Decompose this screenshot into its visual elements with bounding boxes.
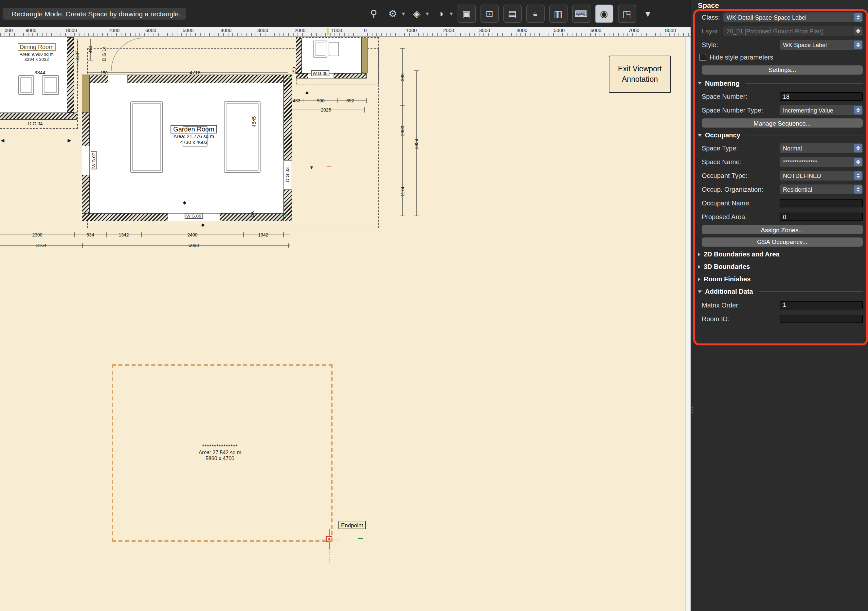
space-number-type-dropdown[interactable]: Incrementing Value [780,105,863,115]
palette-resize-grip[interactable]: ⋮ [689,405,696,414]
ruler-label: 8000 [665,28,676,33]
toolbar-menu-chevron-icon[interactable]: ▾ [640,5,655,22]
ruler-label: 8000 [66,28,77,33]
room-size: 4730 x 4603 [170,140,217,145]
section-2d-boundaries[interactable]: 2D Boundaries and Area [691,248,868,260]
section-additional-data[interactable]: Additional Data [691,285,868,298]
dropdown-arrows-icon[interactable] [854,144,862,152]
assign-zones-button[interactable]: Assign Zones... [702,225,863,234]
magnifier-icon[interactable]: ⚲ [367,5,381,22]
occupant-name-input[interactable] [780,199,863,207]
mode-message: : Rectangle Mode. Create Space by drawin… [3,8,186,19]
dimension-label: 385 [400,73,405,81]
section-title: 3D Boundaries [704,263,750,270]
dimension-label: 1342 [118,232,129,237]
matrix-order-input[interactable] [780,301,863,309]
space-label-garden[interactable]: Garden Room Area: 21.776 sq m 4730 x 460… [170,122,217,145]
occup-organization-dropdown[interactable]: Residential [780,184,863,194]
occupant-type-dropdown[interactable]: NOTDEFINED [780,171,863,181]
section-room-finishes[interactable]: Room Finishes [691,273,868,285]
viewport-annotation-icon[interactable]: ◉ [595,4,613,23]
dropdown-arrows-icon[interactable] [854,40,862,49]
ruler-label: 5000 [554,28,564,33]
room-name: Dining Room [18,43,56,51]
gsa-occupancy-row: GSA Occupancy... [691,235,868,248]
chevron-down-icon[interactable] [698,290,702,293]
door-opening [108,74,128,83]
dimension-label: 1342 [258,232,268,237]
space-number-input[interactable] [780,92,863,101]
ruler-label: 0 [364,28,367,33]
fixture [329,42,339,56]
dimension-label: W.G.06 [184,213,203,219]
hide-style-checkbox[interactable] [699,54,706,61]
gsa-occupancy-button[interactable]: GSA Occupancy... [702,237,863,246]
space-number-type-label: Space Number Type: [702,107,780,114]
dimension-label: 3859 [414,139,418,149]
north-arrow-icon: ▲ [304,89,310,95]
chevron-right-icon[interactable] [698,252,701,256]
class-dropdown[interactable]: WK-Detail-Space-Space Label [723,12,863,22]
opacity-icon[interactable]: ◑ [433,5,448,22]
section-3d-boundaries[interactable]: 3D Boundaries [691,260,868,273]
section-numbering[interactable]: Numbering [691,77,868,90]
palette-title: Space [691,0,868,9]
clip-cube-icon[interactable]: ◳ [618,4,636,23]
space-type-dropdown[interactable]: Normal [780,143,863,153]
space-name-dropdown[interactable]: *************** [780,157,863,167]
exit-viewport-annotation-button[interactable]: Exit Viewport Annotation [609,56,671,93]
gear-icon[interactable]: ⚙ [386,5,400,22]
dimension-label: 3137 [75,50,79,60]
render-icon[interactable]: ◒ [526,4,544,23]
dimension-label: 3344 [34,70,45,76]
manage-sequence-button[interactable]: Manage Sequence... [702,118,863,128]
dropdown-arrows-icon[interactable] [854,106,862,114]
dropdown-arrows-icon[interactable] [854,185,862,193]
settings-button[interactable]: Settings... [702,65,863,74]
dropdown-arrows-icon[interactable] [854,13,862,22]
space-name-value: *************** [783,159,817,165]
ruler-label: 6000 [145,28,156,33]
chevron-down-icon[interactable] [698,82,702,84]
dropdown-arrows-icon[interactable] [854,158,862,166]
room-id-input[interactable] [780,315,863,323]
sheet-icon[interactable]: ▥ [549,4,567,23]
flyover-icon[interactable]: ▣ [457,4,476,23]
data-visualization-icon[interactable]: ▤ [503,4,521,23]
dropdown-arrows-icon[interactable] [854,172,862,180]
section-arrow-icon: ◀ [1,138,5,143]
style-dropdown[interactable]: WK Space Label [780,40,863,50]
dimension-label: 2300 [32,232,42,237]
style-row: Style: WK Space Label [691,38,868,52]
crop-icon[interactable]: ⊡ [480,4,499,23]
gear-icon-dropdown[interactable]: ▾ [402,10,405,17]
keyboard-icon[interactable]: ⌨ [572,4,590,23]
settings-row: Settings... [691,63,868,77]
wall [284,74,292,221]
style-label: Style: [702,41,780,48]
hide-style-label: Hide style parameters [710,54,773,61]
dimension-label: 692 [346,99,354,103]
opacity-icon-dropdown[interactable]: ▾ [450,10,453,17]
section-title: Additional Data [705,288,753,295]
proposed-area-input[interactable] [780,213,863,221]
space-label-dining[interactable]: Dining Room Area: 9.988 sq m 3294 x 3032 [18,40,56,62]
hide-style-row: Hide style parameters [691,52,868,63]
fill-style-icon[interactable]: ◈ [409,5,424,22]
dimension-label: W.G.05 [311,70,329,76]
proposed-area-row: Proposed Area: [691,210,868,224]
chevron-down-icon[interactable] [698,134,702,136]
fixture [313,40,327,57]
ruler-label: 5000 [183,28,194,33]
section-title: Room Finishes [704,275,750,283]
dimension-label: D.G.03 [285,167,290,182]
chevron-right-icon[interactable] [698,265,701,269]
dimension-label: 150 [291,67,296,74]
section-occupancy[interactable]: Occupancy [691,129,868,141]
fill-style-icon-dropdown[interactable]: ▾ [426,10,429,17]
ruler-label: 2000 [443,28,454,33]
dimension-label: D.G.14 [102,46,106,61]
space-type-row: Space Type: Normal [691,141,868,155]
chevron-right-icon[interactable] [698,277,701,281]
matchline-diamond-icon: ◆ [201,223,205,227]
